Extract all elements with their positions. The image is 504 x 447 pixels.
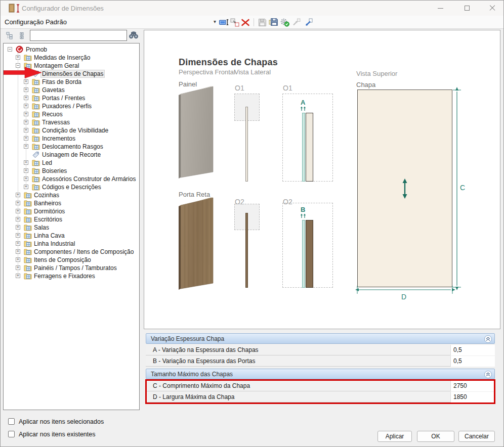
folder-icon	[24, 207, 32, 215]
tree-expander[interactable]: +	[24, 144, 28, 149]
tree-item-label: Recuos	[41, 111, 64, 118]
tree-item[interactable]: + Linha Industrial	[4, 240, 139, 248]
painel-side-view	[245, 107, 248, 182]
tree-expander[interactable]: +	[16, 233, 20, 238]
export-button[interactable]	[291, 17, 301, 27]
maximize-button[interactable]	[457, 2, 477, 15]
tree-expander[interactable]: +	[24, 176, 28, 181]
porta-zoom-panel	[306, 220, 313, 288]
tree-item[interactable]: + Incrementos	[4, 135, 139, 143]
tree-item[interactable]: + Acessórios Construtor de Armários	[4, 175, 139, 183]
tree-item[interactable]: + Itens de Composição	[4, 256, 139, 264]
tree-expander[interactable]: +	[24, 87, 28, 92]
property-value-input[interactable]: 0,5	[450, 345, 495, 355]
tree-item-label: Códigos e Descrições	[41, 184, 102, 191]
tree-item[interactable]: + Linha Cava	[4, 232, 139, 240]
tree-expander[interactable]: +	[24, 112, 28, 116]
tree-item[interactable]: + Deslocamento Rasgos	[4, 143, 139, 151]
tree-item[interactable]: + Portas / Frentes	[4, 94, 139, 102]
tree-item[interactable]: + Boiseries	[4, 167, 139, 175]
dropdown-caret-icon[interactable]: ▾	[214, 19, 216, 24]
cancel-button[interactable]: Cancelar	[458, 431, 495, 442]
tree-item[interactable]: Usinagem de Recorte	[4, 151, 139, 159]
tree-expander[interactable]: +	[24, 160, 28, 165]
vista-superior-label: Vista Superior	[356, 70, 397, 77]
tree-item[interactable]: − Promob	[4, 46, 139, 54]
ok-button[interactable]: OK	[417, 431, 454, 442]
save-button[interactable]	[257, 17, 267, 27]
tree-item[interactable]: + Escritórios	[4, 215, 139, 224]
tree-expander[interactable]: +	[24, 128, 28, 132]
tree-expander[interactable]: +	[16, 209, 20, 213]
tree-expander[interactable]: −	[8, 47, 12, 52]
tree-expander[interactable]: +	[16, 193, 20, 197]
tree-item[interactable]: + Banheiros	[4, 199, 139, 207]
tree-item[interactable]: + Códigos e Descrições	[4, 183, 139, 191]
tree-item[interactable]: + Dormitórios	[4, 207, 139, 215]
search-button[interactable]	[129, 31, 139, 41]
tree-item[interactable]: + Condição de Visibilidade	[4, 126, 139, 135]
collapse-section-button[interactable]	[484, 335, 492, 343]
configuration-toolbar: Configuração Padrão ▾	[1, 16, 503, 29]
folder-icon	[32, 102, 40, 110]
tree-item-label: Puxadores / Perfis	[41, 103, 93, 110]
tree-expander[interactable]: +	[16, 274, 20, 278]
tree-item[interactable]: + Salas	[4, 224, 139, 232]
apply-selected-checkbox[interactable]	[8, 418, 15, 425]
delete-configuration-button[interactable]	[240, 17, 250, 27]
tree-expander[interactable]: +	[24, 96, 28, 100]
tree-item-label: Fitas de Borda	[41, 78, 82, 85]
tree-item[interactable]: + Ferragens e Fixadores	[4, 272, 139, 280]
close-button[interactable]	[482, 2, 502, 15]
folder-icon	[24, 232, 32, 239]
section-header-tamanho[interactable]: Tamanho Máximo das Chapas	[146, 369, 495, 379]
apply-configuration-button[interactable]	[280, 17, 290, 27]
folder-icon	[32, 159, 40, 166]
tree-item[interactable]: + Travessas	[4, 118, 139, 126]
apply-selected-label: Aplicar nos itens selecionados	[19, 418, 104, 425]
tree-item[interactable]: + Recuos	[4, 110, 139, 118]
tree-expander[interactable]: +	[24, 136, 28, 141]
tree-expander[interactable]: +	[24, 120, 28, 124]
folder-icon	[24, 264, 32, 272]
property-value-input[interactable]: 0,5	[450, 356, 495, 367]
tree-item[interactable]: + Cozinhas	[4, 191, 139, 199]
collapse-section-button[interactable]	[484, 371, 492, 378]
import-button[interactable]	[303, 17, 313, 27]
apply-button[interactable]: Aplicar	[377, 431, 412, 442]
search-input[interactable]	[30, 30, 127, 41]
tree-expander[interactable]: +	[16, 201, 20, 205]
collapse-all-button[interactable]	[5, 30, 15, 41]
tree-expander[interactable]: +	[24, 79, 28, 84]
expand-all-button[interactable]	[16, 30, 27, 41]
folder-icon	[24, 191, 32, 199]
tree-expander[interactable]: +	[16, 257, 20, 262]
section-header-variacao[interactable]: Variação Espessura Chapa	[146, 333, 495, 344]
tree-expander[interactable]: +	[24, 185, 28, 189]
new-configuration-button[interactable]	[230, 17, 240, 27]
tree-expander[interactable]: +	[16, 217, 20, 221]
tree-expander[interactable]: +	[16, 225, 20, 230]
tree-item[interactable]: + Puxadores / Perfis	[4, 102, 139, 110]
tree-item[interactable]: + Componentes / Itens de Composição	[4, 248, 139, 256]
tree-item-label: Incrementos	[41, 135, 76, 142]
tree-item[interactable]: + Medidas de Inserção	[4, 54, 139, 62]
apply-existing-checkbox[interactable]	[8, 431, 15, 437]
dimension-a-label: A	[301, 99, 305, 106]
double-chevron-up-icon	[485, 372, 491, 377]
tree-item[interactable]: + Led	[4, 159, 139, 167]
dimension-a-arrows-icon	[300, 106, 306, 111]
tree-expander[interactable]: +	[24, 168, 28, 173]
tree-expander[interactable]: +	[16, 249, 20, 254]
tree-item[interactable]: + Gavetas	[4, 86, 139, 94]
configuration-select[interactable]: Configuração Padrão	[5, 18, 67, 26]
tree-expander[interactable]: +	[16, 265, 20, 270]
save-configuration-button[interactable]	[268, 17, 278, 27]
tree-expander[interactable]: +	[16, 241, 20, 246]
rename-configuration-button[interactable]	[219, 17, 229, 27]
tree-expander[interactable]: +	[16, 55, 20, 60]
diagram-title: Dimensões de Chapas	[179, 57, 278, 68]
minimize-button[interactable]	[430, 2, 450, 15]
tree-expander[interactable]: +	[24, 104, 28, 108]
tree-item[interactable]: + Painéis / Tampos / Tamburatos	[4, 264, 139, 272]
